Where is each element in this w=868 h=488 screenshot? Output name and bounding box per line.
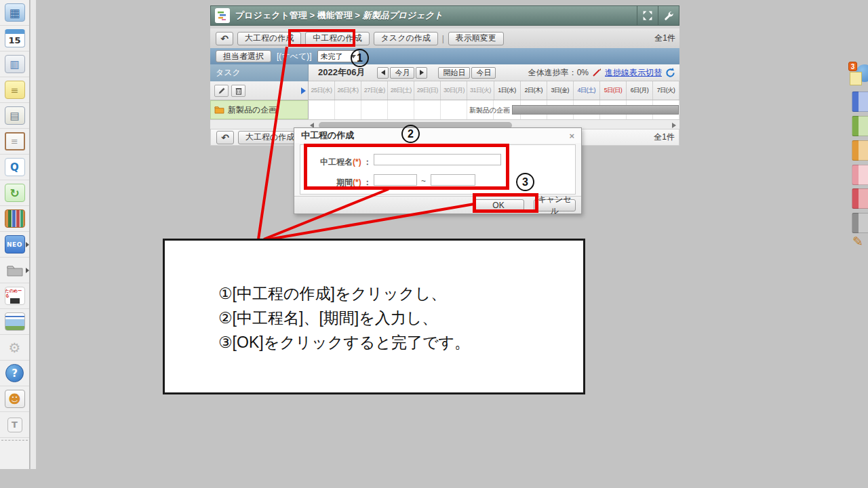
sidebar-item-portal[interactable]: ▦ — [0, 0, 29, 26]
period-end-input[interactable] — [431, 174, 475, 186]
back-button[interactable]: ↶ — [216, 131, 234, 144]
folder-icon — [214, 106, 224, 114]
prev-month-button[interactable] — [377, 67, 389, 79]
instruction-note-box: ①[中工程の作成]をクリックし、 ②[中工程名]、[期間]を入力し、 ③[OK]… — [163, 239, 585, 394]
side-tab-orange[interactable] — [852, 140, 868, 161]
cancel-button[interactable]: キャンセル — [534, 199, 576, 211]
sidebar-item-workflow[interactable]: ↻ — [0, 180, 29, 206]
notification-icon[interactable]: 3 — [848, 62, 868, 86]
flyout-arrow-icon — [26, 242, 29, 247]
sidebar-item-neo[interactable]: NEO — [0, 232, 29, 258]
instruction-line: ②[中工程名]、[期間]を入力し、 — [218, 306, 576, 330]
settings-wrench-icon[interactable] — [658, 6, 679, 25]
step-1-marker: 1 — [351, 49, 369, 67]
mid-process-name-input[interactable] — [374, 154, 501, 165]
expand-column-arrow[interactable] — [301, 87, 306, 94]
document-search-icon: Q — [5, 158, 25, 176]
progress-line-toggle-link[interactable]: 進捗線表示切替 — [605, 67, 662, 79]
mid-process-name-label: 中工程名(*) ： — [306, 157, 372, 168]
sidebar-item-webmeeting[interactable]: ▥ — [0, 52, 29, 77]
create-large-process-button[interactable]: 大工程の作成 — [238, 131, 302, 144]
gantt-bar-label: 新製品の企画 — [448, 106, 510, 115]
gantt-toolbar: ↶ 大工程の作成 中工程の作成 タスクの作成 | 表示順変更 全1件 — [210, 28, 679, 48]
app-sidebar: ▦ 15 ▥ ≡ ▤ ≡ Q ↻ NEO たのめーる ⚙ ? ☻ T — [0, 0, 30, 469]
step-3-marker: 3 — [516, 173, 534, 191]
side-tab-green[interactable] — [852, 116, 868, 136]
assignee-scope-label: [(すべて)] — [277, 51, 312, 62]
task-name: 新製品の企画 — [228, 104, 277, 116]
start-date-button[interactable]: 開始日 — [438, 67, 470, 79]
sidebar-item-folder[interactable] — [0, 258, 29, 283]
step-2-marker: 2 — [401, 125, 420, 143]
sidebar-item-todo[interactable]: ≡ — [0, 129, 29, 155]
sidebar-item-help[interactable]: ? — [0, 361, 29, 386]
sidebar-item-document-search[interactable]: Q — [0, 155, 29, 180]
calendar-icon: 15 — [5, 29, 25, 47]
change-display-order-button[interactable]: 表示順変更 — [448, 32, 504, 45]
current-month-label: 2022年06月 — [318, 66, 365, 79]
status-filter-value: 未完了 — [321, 52, 343, 62]
this-month-button[interactable]: 今月 — [390, 67, 414, 79]
memo-icon: ≡ — [5, 81, 25, 99]
dialog-body: 中工程名(*) ： 期間(*) ： ~ — [300, 144, 576, 195]
progress-line-pencil-icon — [592, 68, 601, 77]
refresh-icon[interactable] — [665, 68, 675, 78]
sidebar-item-cabinet[interactable] — [0, 206, 29, 232]
cabinet-icon — [5, 209, 25, 228]
create-mid-process-button[interactable]: 中工程の作成 — [305, 32, 369, 45]
period-label: 期間(*) ： — [306, 177, 372, 188]
app-header: プロジェクト管理 > 機能管理 > 新製品プロジェクト — [210, 5, 679, 26]
task-row[interactable]: 新製品の企画 新製品の企画 — [210, 100, 679, 119]
date-cell: 28日(土) — [388, 81, 414, 100]
task-name-cell[interactable]: 新製品の企画 — [210, 100, 309, 119]
progress-area: 全体進捗率：0% 進捗線表示切替 — [528, 67, 675, 79]
delete-trash-icon[interactable] — [231, 85, 245, 97]
sidebar-item-support[interactable]: ☻ — [0, 386, 29, 412]
gantt-chart-area: 新製品の企画 — [309, 100, 679, 119]
project-gantt-panel: プロジェクト管理 > 機能管理 > 新製品プロジェクト ↶ 大工程の作成 中工程… — [210, 5, 679, 130]
left-triangle-icon — [381, 70, 385, 75]
sidebar-item-memo[interactable]: ≡ — [0, 77, 29, 103]
gantt-date-row: 25日(水) 26日(木) 27日(金) 28日(土) 29日(日) 30日(月… — [210, 81, 679, 100]
filter-bar: 担当者選択 [(すべて)] 未完了 — [210, 48, 679, 64]
tilde-separator: ~ — [421, 176, 426, 186]
edit-pencil-icon[interactable] — [214, 85, 229, 97]
gantt-app-icon — [215, 8, 230, 23]
create-task-button[interactable]: タスクの作成 — [374, 32, 438, 45]
total-count: 全1件 — [654, 33, 675, 44]
date-cell: 26日(木) — [335, 81, 361, 100]
portal-icon: ▦ — [5, 3, 25, 22]
sidebar-item-bulletin-board[interactable]: ▤ — [0, 103, 29, 129]
sidebar-item-tanomail[interactable]: たのめーる — [0, 283, 29, 309]
side-tab-blue[interactable] — [852, 92, 868, 112]
assignee-select-button[interactable]: 担当者選択 — [216, 50, 271, 62]
back-button[interactable]: ↶ — [216, 32, 233, 45]
today-button[interactable]: 今日 — [471, 67, 496, 79]
date-cell: 27日(金) — [361, 81, 388, 100]
neo-app-icon: NEO — [5, 235, 25, 253]
help-icon: ? — [5, 364, 24, 382]
maximize-icon[interactable] — [637, 6, 658, 25]
date-cell: 7日(火) — [653, 81, 679, 100]
folder-icon — [5, 261, 25, 279]
side-tab-gray[interactable] — [852, 213, 868, 233]
sidebar-item-ad-banner[interactable] — [0, 309, 29, 335]
sidebar-item-text-tool[interactable]: T — [0, 412, 29, 438]
next-month-button[interactable] — [416, 67, 427, 79]
scroll-right-arrow[interactable] — [672, 123, 676, 128]
side-tab-pink[interactable] — [852, 165, 868, 185]
sidebar-item-settings[interactable]: ⚙ — [0, 335, 29, 361]
pencil-icon[interactable]: ✎ — [852, 234, 863, 249]
period-start-input[interactable] — [374, 174, 417, 186]
notification-badge: 3 — [848, 62, 857, 71]
create-large-process-button[interactable]: 大工程の作成 — [237, 32, 301, 45]
close-icon[interactable]: × — [569, 131, 574, 141]
bulletin-board-icon: ▤ — [5, 106, 25, 125]
side-tab-red[interactable] — [852, 188, 868, 209]
ok-button[interactable]: OK — [473, 199, 524, 211]
sidebar-item-schedule[interactable]: 15 — [0, 26, 29, 52]
date-cell: 25日(水) — [309, 81, 335, 100]
date-cell: 5日(日) — [600, 81, 627, 100]
breadcrumb: プロジェクト管理 > 機能管理 > 新製品プロジェクト — [235, 9, 637, 22]
gantt-bar[interactable] — [512, 105, 679, 115]
